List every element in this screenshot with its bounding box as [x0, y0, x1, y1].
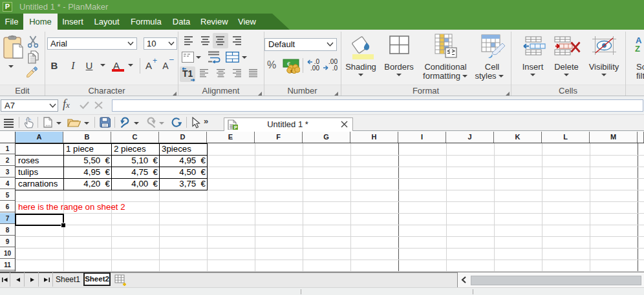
svg-text:P: P [234, 125, 237, 130]
svg-text:€: € [290, 69, 293, 74]
